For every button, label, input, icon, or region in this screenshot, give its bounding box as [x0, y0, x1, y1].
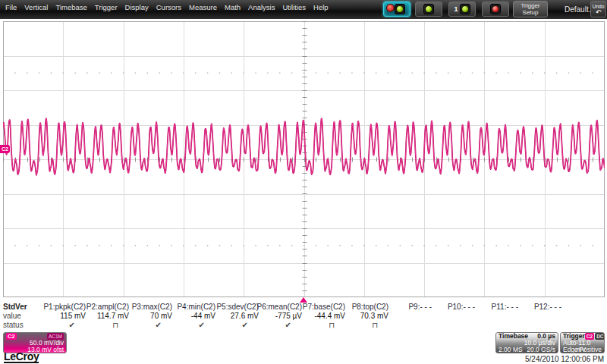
menu-trigger[interactable]: Trigger: [95, 3, 118, 11]
p1-value: 115 mV: [60, 312, 86, 321]
measurement-p5[interactable]: P5:sdev(C2) 27.6 mV ✔: [215, 303, 259, 330]
measurement-p8[interactable]: P8:top(C2) 70.3 mV ⊓: [345, 303, 388, 330]
menu-help[interactable]: Help: [313, 3, 329, 11]
datetime-label: 5/24/2010 12:00:06 PM: [525, 355, 604, 363]
p1-label: P1:pkpk(C2): [43, 303, 86, 312]
trigger-setup-line2: Setup: [523, 9, 539, 16]
menu-timebase[interactable]: Timebase: [55, 3, 86, 11]
menu-analysis[interactable]: Analysis: [248, 3, 275, 11]
trigger-time-marker[interactable]: [300, 297, 307, 303]
green-led-icon: [425, 5, 432, 13]
p10-label: P10:- - -: [448, 303, 475, 312]
measurement-p2[interactable]: P2:ampl(C2) 114.7 mV ⊓: [86, 303, 129, 330]
trigger-type: Edge: [563, 347, 578, 353]
p2-status-icon: ⊓: [112, 321, 129, 330]
measurement-p3[interactable]: P3:max(C2) 70 mV ✔: [129, 303, 172, 330]
value-row-label: value: [3, 312, 42, 321]
menu-math[interactable]: Math: [225, 3, 241, 11]
menu-display[interactable]: Display: [125, 3, 149, 11]
p12-label: P12:- - -: [534, 303, 561, 312]
trigger-slope: Positive: [579, 347, 602, 353]
p12-status-icon: [551, 321, 561, 330]
menu-bar: File Vertical Timebase Trigger Display C…: [5, 3, 329, 11]
green-led-icon: [396, 5, 404, 13]
p11-status-icon: [508, 321, 518, 330]
measurement-p9[interactable]: P9:- - -: [388, 303, 432, 330]
green-led-icon: [461, 5, 469, 13]
p2-value: 114.7 mV: [97, 312, 129, 321]
p9-label: P9:- - -: [408, 303, 432, 312]
p6-label: P6:mean(C2): [257, 303, 302, 312]
trigger-auto-button[interactable]: [383, 2, 410, 17]
menu-vertical[interactable]: Vertical: [24, 3, 48, 11]
p10-status-icon: [464, 321, 475, 330]
led-socket: [460, 4, 470, 14]
p6-status-icon: ✔: [285, 321, 302, 330]
p4-label: P4:min(C2): [177, 303, 215, 312]
auto-clock-icon: [386, 4, 395, 12]
timebase-descriptor-box[interactable]: Timebase 0.0 µs 10.0 µs/div 2.00 MS 20.0…: [495, 332, 558, 353]
led-socket: [423, 4, 434, 14]
p1-status-icon: ✔: [69, 321, 86, 330]
p3-value: 70 mV: [150, 312, 172, 321]
waveform-display[interactable]: [3, 21, 605, 297]
p7-value: -44.4 mV: [314, 312, 345, 321]
lecroy-logo: LeCroy: [4, 351, 39, 363]
undo-arrow-icon: ↶: [596, 9, 602, 15]
p7-status-icon: ⊓: [329, 321, 345, 330]
timebase-samples: 2.00 MS: [498, 347, 523, 353]
p3-label: P3:max(C2): [132, 303, 172, 312]
status-row-label: status: [3, 321, 42, 330]
menu-file[interactable]: File: [5, 3, 17, 11]
p4-status-icon: ✔: [199, 321, 215, 330]
trigger-single-button[interactable]: 1: [448, 2, 476, 17]
measure-set-label: StdVer: [3, 303, 42, 312]
measurement-p4[interactable]: P4:min(C2) -44 mV ✔: [172, 303, 215, 330]
menu-cursors[interactable]: Cursors: [156, 3, 181, 11]
trigger-setup-button[interactable]: Trigger Setup: [513, 1, 548, 17]
p8-label: P8:top(C2): [352, 303, 388, 312]
p9-status-icon: [421, 321, 432, 330]
undo-button[interactable]: Undo ↶: [590, 1, 606, 17]
channel2-zero-level-marker[interactable]: C2: [0, 145, 10, 153]
top-menu-bar: File Vertical Timebase Trigger Display C…: [0, 0, 607, 19]
measurement-p11[interactable]: P11:- - -: [475, 303, 518, 330]
led-socket: [395, 4, 405, 14]
p3-status-icon: ✔: [156, 321, 172, 330]
p4-value: -44 mV: [191, 312, 215, 321]
single-digit-label: 1: [454, 6, 458, 13]
p7-label: P7:base(C2): [303, 303, 345, 312]
p5-status-icon: ✔: [242, 321, 259, 330]
measurement-row-labels: StdVer value status: [3, 303, 42, 330]
led-socket: [490, 4, 501, 14]
menu-utilities[interactable]: Utilities: [282, 3, 306, 11]
measurement-table: StdVer value status P1:pkpk(C2) 115 mV ✔…: [3, 303, 561, 330]
p2-label: P2:ampl(C2): [86, 303, 129, 312]
setup-name-label: Default.: [565, 5, 590, 14]
p11-label: P11:- - -: [492, 303, 518, 312]
menu-measure[interactable]: Measure: [189, 3, 217, 11]
channel2-badge: C2: [6, 333, 17, 340]
p6-value: -775 µV: [275, 312, 302, 321]
trigger-normal-button[interactable]: [415, 2, 442, 17]
trigger-stop-button[interactable]: [482, 2, 509, 17]
trigger-setup-line1: Trigger: [521, 2, 539, 9]
p5-label: P5:sdev(C2): [216, 303, 259, 312]
measurement-p12[interactable]: P12:- - -: [518, 303, 561, 330]
p8-status-icon: ⊓: [372, 321, 388, 330]
trigger-coupling-badge: DC: [595, 333, 605, 340]
measurement-p1[interactable]: P1:pkpk(C2) 115 mV ✔: [42, 303, 86, 330]
p5-value: 27.6 mV: [231, 312, 259, 321]
p8-value: 70.3 mV: [360, 312, 388, 321]
measurement-p10[interactable]: P10:- - -: [432, 303, 475, 330]
measurement-p6[interactable]: P6:mean(C2) -775 µV ✔: [259, 303, 302, 330]
red-led-icon: [492, 5, 499, 13]
measurement-p7[interactable]: P7:base(C2) -44.4 mV ⊓: [302, 303, 345, 330]
trigger-descriptor-box[interactable]: Trigger C2 DC Auto -11.0 mV Edge Positiv…: [560, 332, 605, 353]
oscilloscope-screen: File Vertical Timebase Trigger Display C…: [0, 0, 607, 364]
timebase-rate: 20.0 GS/s: [527, 347, 555, 353]
